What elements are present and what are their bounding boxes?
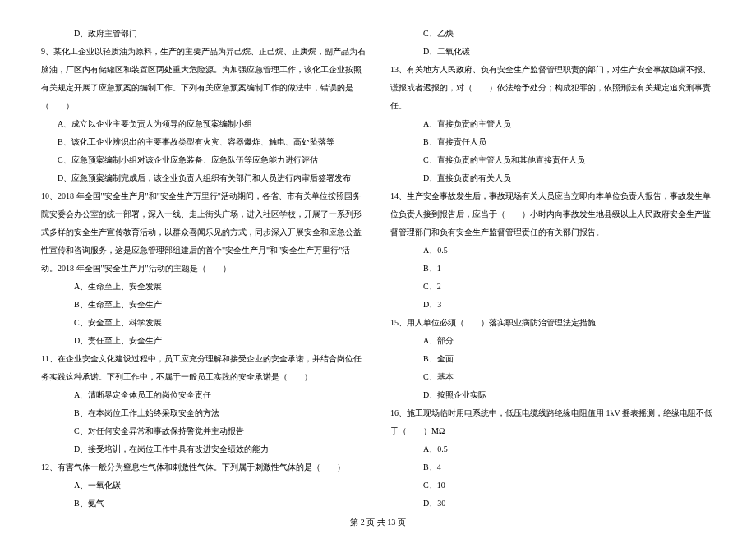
option-11d: D、接受培训，在岗位工作中具有改进安全绩效的能力 xyxy=(41,440,366,458)
option-16a: A、0.5 xyxy=(390,440,715,458)
option-12c: C、乙炔 xyxy=(390,25,715,43)
option-13b: B、直接责任人员 xyxy=(390,133,715,151)
option-12a: A、一氧化碳 xyxy=(41,476,366,495)
option-16b: B、4 xyxy=(390,458,715,476)
option-10c: C、安全至上、科学发展 xyxy=(41,314,366,332)
question-13: 13、有关地方人民政府、负有安全生产监督管理职责的部门，对生产安全事故隐瞒不报、… xyxy=(390,61,715,115)
left-column: D、政府主管部门 9、某化工企业以轻质油为原料，生产的主要产品为异己烷、正己烷、… xyxy=(41,25,366,513)
option-15d: D、按照企业实际 xyxy=(390,386,715,404)
two-column-layout: D、政府主管部门 9、某化工企业以轻质油为原料，生产的主要产品为异己烷、正己烷、… xyxy=(41,25,715,513)
option-16c: C、10 xyxy=(390,476,715,495)
right-column: C、乙炔 D、二氧化碳 13、有关地方人民政府、负有安全生产监督管理职责的部门，… xyxy=(390,25,715,513)
option-11a: A、清晰界定全体员工的岗位安全责任 xyxy=(41,386,366,404)
question-15: 15、用人单位必须（ ）落实职业病防治管理法定措施 xyxy=(390,314,715,332)
question-12: 12、有害气体一般分为窒息性气体和刺激性气体。下列属于刺激性气体的是（ ） xyxy=(41,458,366,476)
option-10b: B、生命至上、安全生产 xyxy=(41,296,366,314)
option-13d: D、直接负责的有关人员 xyxy=(390,169,715,187)
option-14a: A、0.5 xyxy=(390,242,715,260)
option-13c: C、直接负责的主管人员和其他直接责任人员 xyxy=(390,151,715,169)
option-16d: D、30 xyxy=(390,495,715,513)
option-9b: B、该化工企业辨识出的主要事故类型有火灾、容器爆炸、触电、高处坠落等 xyxy=(41,133,366,151)
option-10d: D、责任至上、安全生产 xyxy=(41,332,366,350)
question-10: 10、2018 年全国"安全生产月"和"安全生产万里行"活动期间，各省、市有关单… xyxy=(41,187,366,278)
option-9c: C、应急预案编制小组对该企业应急装备、应急队伍等应急能力进行评估 xyxy=(41,151,366,169)
option-15b: B、全面 xyxy=(390,350,715,368)
question-16: 16、施工现场临时用电系统中，低压电缆线路绝缘电阻值用 1kV 摇表摇测，绝缘电… xyxy=(390,404,715,440)
option-11b: B、在本岗位工作上始终采取安全的方法 xyxy=(41,404,366,422)
option-15a: A、部分 xyxy=(390,332,715,350)
option-15c: C、基本 xyxy=(390,368,715,386)
option-14c: C、2 xyxy=(390,278,715,296)
option-9a: A、成立以企业主要负责人为领导的应急预案编制小组 xyxy=(41,115,366,133)
option-12d: D、二氧化碳 xyxy=(390,43,715,61)
option-14b: B、1 xyxy=(390,260,715,278)
question-11: 11、在企业安全文化建设过程中，员工应充分理解和接受企业的安全承诺，并结合岗位任… xyxy=(41,350,366,386)
question-9: 9、某化工企业以轻质油为原料，生产的主要产品为异己烷、正己烷、正庚烷，副产品为石… xyxy=(41,43,366,115)
option-10a: A、生命至上、安全发展 xyxy=(41,278,366,296)
option-12b: B、氨气 xyxy=(41,495,366,513)
page-footer: 第 2 页 共 13 页 xyxy=(41,513,715,528)
option-11c: C、对任何安全异常和事故保持警觉并主动报告 xyxy=(41,422,366,440)
question-14: 14、生产安全事故发生后，事故现场有关人员应当立即向本单位负责人报告，事故发生单… xyxy=(390,187,715,242)
option-13a: A、直接负责的主管人员 xyxy=(390,115,715,133)
option-8d: D、政府主管部门 xyxy=(41,25,366,43)
option-14d: D、3 xyxy=(390,296,715,314)
option-9d: D、应急预案编制完成后，该企业负责人组织有关部门和人员进行内审后签署发布 xyxy=(41,169,366,187)
